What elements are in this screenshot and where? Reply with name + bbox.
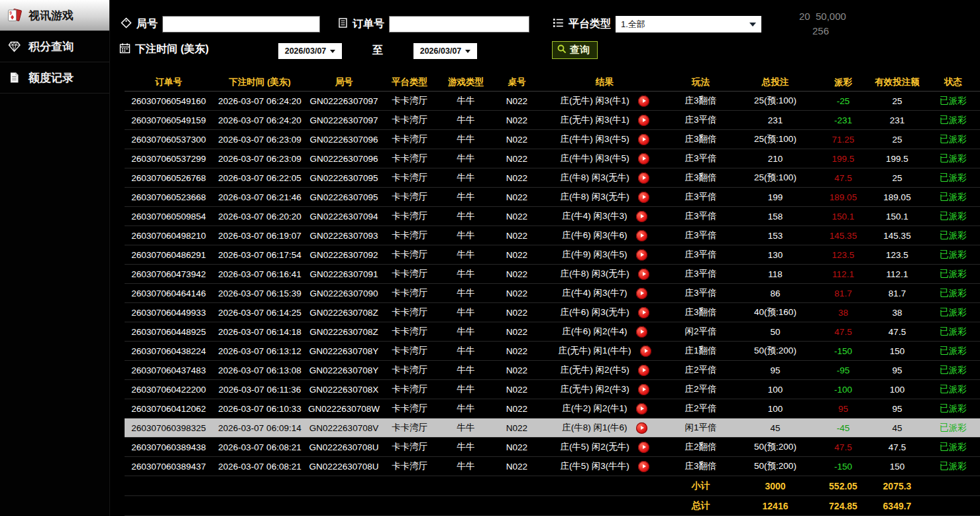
bet-time-filter: 下注时间 (美东) xyxy=(119,42,209,56)
play-video-button[interactable] xyxy=(636,326,647,338)
table-row[interactable]: 260307060464146 2026-03-07 06:15:39 GN02… xyxy=(125,284,980,303)
play-video-button[interactable] xyxy=(638,307,649,318)
cell-bet-time: 2026-03-07 06:22:05 xyxy=(213,173,307,183)
table-row[interactable]: 260307060498210 2026-03-07 06:19:07 GN02… xyxy=(125,226,980,245)
sidebar: 9 视讯游戏 积分查询 额度记录 xyxy=(0,0,110,516)
sidebar-item-video-games[interactable]: 9 视讯游戏 xyxy=(0,0,109,31)
caret-down-icon xyxy=(330,50,335,53)
play-video-button[interactable] xyxy=(636,211,647,222)
cell-table-no: N022 xyxy=(494,269,540,279)
play-video-button[interactable] xyxy=(636,249,647,261)
cell-platform: 卡卡湾厅 xyxy=(381,460,438,472)
cell-round-no: GN0222630708W xyxy=(307,404,381,414)
col-header-game-type: 游戏类型 xyxy=(438,76,494,88)
cell-platform: 卡卡湾厅 xyxy=(381,249,438,261)
play-video-button[interactable] xyxy=(638,96,649,107)
cell-order-no: 260307060486291 xyxy=(125,250,213,260)
table-row[interactable]: 260307060549159 2026-03-07 06:24:20 GN02… xyxy=(125,111,980,130)
table-row[interactable]: 260307060549160 2026-03-07 06:24:20 GN02… xyxy=(125,92,980,111)
play-video-button[interactable] xyxy=(640,346,651,357)
play-video-button[interactable] xyxy=(638,461,649,472)
cell-order-no: 260307060464146 xyxy=(125,289,213,298)
query-button[interactable]: 查询 xyxy=(552,41,598,59)
cell-table-no: N022 xyxy=(494,289,540,298)
sidebar-item-points-query[interactable]: 积分查询 xyxy=(0,31,109,62)
cell-table-no: N022 xyxy=(494,423,540,433)
play-video-button[interactable] xyxy=(638,153,649,164)
sidebar-item-quota-records[interactable]: 额度记录 xyxy=(0,62,109,94)
date-from-picker[interactable]: 2026/03/07 xyxy=(278,43,342,59)
cell-order-no: 260307060509854 xyxy=(125,212,213,222)
table-row[interactable]: 260307060526768 2026-03-07 06:22:05 GN02… xyxy=(125,168,980,188)
cell-result: 庄(牛4) 闲3(牛7) xyxy=(540,287,669,299)
play-video-button[interactable] xyxy=(638,192,649,203)
play-video-button[interactable] xyxy=(636,422,647,434)
cell-platform: 卡卡湾厅 xyxy=(381,383,438,395)
date-to-picker[interactable]: 2026/03/07 xyxy=(413,43,477,59)
result-text: 庄(无牛) 闲1(牛牛) xyxy=(558,345,631,357)
cell-result: 庄(牛6) 闲3(牛6) xyxy=(540,229,669,241)
play-video-button[interactable] xyxy=(638,269,649,280)
cell-game-type: 牛牛 xyxy=(438,306,494,318)
platform-type-select[interactable]: 1.全部 xyxy=(616,16,761,32)
cell-result: 庄(牛牛) 闲3(牛5) xyxy=(540,153,669,164)
cell-payout: 150.1 xyxy=(818,212,868,222)
cell-result: 庄(无牛) 闲2(牛3) xyxy=(540,383,669,395)
table-row[interactable]: 260307060398325 2026-03-07 06:09:14 GN02… xyxy=(125,419,980,438)
table-row[interactable]: 260307060389437 2026-03-07 06:08:21 GN02… xyxy=(125,457,980,476)
table-row[interactable]: 260307060448925 2026-03-07 06:14:18 GN02… xyxy=(125,322,980,342)
play-video-button[interactable] xyxy=(638,365,649,376)
cell-payout: 71.25 xyxy=(818,135,868,145)
play-video-button[interactable] xyxy=(636,403,647,415)
cell-status: 已派彩 xyxy=(926,133,980,145)
cell-valid-bet: 95 xyxy=(868,404,926,414)
table-row[interactable]: 260307060537299 2026-03-07 06:23:09 GN02… xyxy=(125,149,980,168)
cell-status: 已派彩 xyxy=(926,210,980,222)
cell-status: 已派彩 xyxy=(926,460,980,472)
play-video-button[interactable] xyxy=(636,288,647,299)
cell-order-no: 260307060437483 xyxy=(125,365,213,375)
cell-result: 庄(牛5) 闲3(牛牛) xyxy=(540,460,669,472)
cell-play-type: 庄3平倍 xyxy=(669,268,732,280)
play-video-button[interactable] xyxy=(638,384,649,395)
round-no-input[interactable] xyxy=(162,16,320,32)
cell-round-no: GN02226307095 xyxy=(307,192,381,202)
cell-payout: -45 xyxy=(818,423,868,433)
cell-table-no: N022 xyxy=(494,462,540,472)
cell-status: 已派彩 xyxy=(926,441,980,453)
table-row[interactable]: 260307060437483 2026-03-07 06:13:08 GN02… xyxy=(125,361,980,380)
cell-status: 已派彩 xyxy=(926,364,980,376)
cell-round-no: GN02226307092 xyxy=(307,250,381,260)
result-text: 庄(无牛) 闲3(牛1) xyxy=(560,95,629,107)
result-text: 庄(牛4) 闲3(牛7) xyxy=(562,287,627,299)
cell-payout: -25 xyxy=(818,96,868,106)
table-row[interactable]: 260307060473942 2026-03-07 06:16:41 GN02… xyxy=(125,265,980,284)
play-video-button[interactable] xyxy=(638,134,649,145)
play-video-button[interactable] xyxy=(638,442,649,453)
play-video-button[interactable] xyxy=(638,115,649,126)
table-row[interactable]: 260307060523668 2026-03-07 06:21:46 GN02… xyxy=(125,188,980,207)
play-video-button[interactable] xyxy=(636,230,647,241)
table-row[interactable]: 260307060422200 2026-03-07 06:11:36 GN02… xyxy=(125,380,980,399)
table-row[interactable]: 260307060537300 2026-03-07 06:23:09 GN02… xyxy=(125,130,980,149)
table-row[interactable]: 260307060438224 2026-03-07 06:13:12 GN02… xyxy=(125,342,980,361)
clipboard-icon xyxy=(338,17,348,31)
table-row[interactable]: 260307060509854 2026-03-07 06:20:20 GN02… xyxy=(125,207,980,226)
cell-total-bet: 45 xyxy=(732,423,818,433)
order-no-input[interactable] xyxy=(389,16,529,32)
cell-payout: 47.5 xyxy=(818,173,868,183)
cell-order-no: 260307060498210 xyxy=(125,231,213,241)
cell-round-no: GN0222630708U xyxy=(307,442,381,452)
table-row[interactable]: 260307060412062 2026-03-07 06:10:33 GN02… xyxy=(125,399,980,419)
cell-status: 已派彩 xyxy=(926,345,980,357)
cell-valid-bet: 231 xyxy=(868,115,926,125)
cell-table-no: N022 xyxy=(494,231,540,241)
cell-round-no: GN0222630708U xyxy=(307,462,381,472)
play-video-button[interactable] xyxy=(638,172,649,184)
table-row[interactable]: 260307060486291 2026-03-07 06:17:54 GN02… xyxy=(125,245,980,265)
summary-total-bet: 12416 xyxy=(732,501,818,511)
cell-bet-time: 2026-03-07 06:11:36 xyxy=(213,385,307,395)
table-row[interactable]: 260307060449933 2026-03-07 06:14:25 GN02… xyxy=(125,303,980,322)
summary-valid-bet: 2075.3 xyxy=(868,481,926,491)
table-row[interactable]: 260307060389438 2026-03-07 06:08:21 GN02… xyxy=(125,438,980,457)
